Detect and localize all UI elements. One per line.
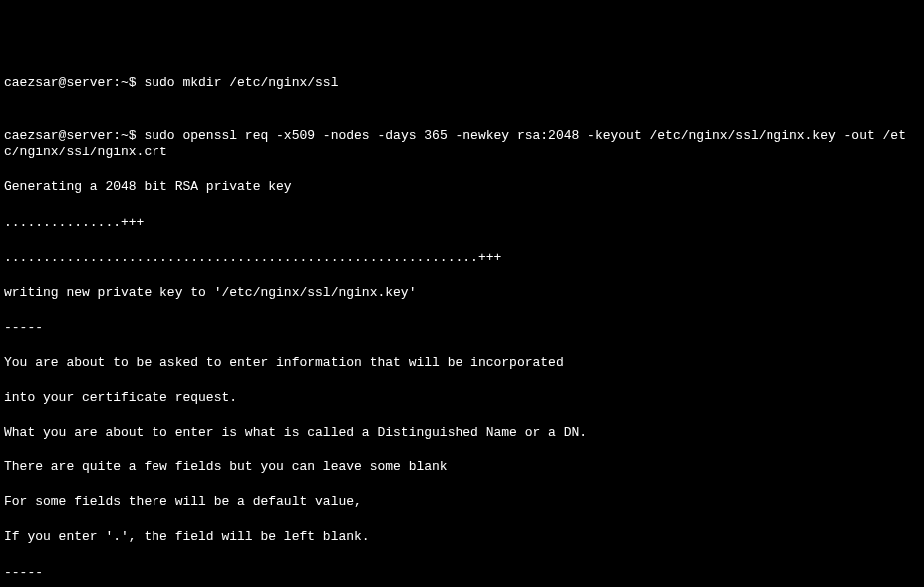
output-line: ----- [4,319,920,337]
output-line: ........................................… [4,249,920,267]
output-line: ...............+++ [4,214,920,232]
output-line: Generating a 2048 bit RSA private key [4,178,920,196]
output-line: For some fields there will be a default … [4,493,920,511]
output-line: What you are about to enter is what is c… [4,424,920,441]
output-line: writing new private key to '/etc/nginx/s… [4,284,920,302]
output-line: into your certificate request. [4,389,920,407]
output-line: If you enter '.', the field will be left… [4,528,920,546]
output-line: You are about to be asked to enter infor… [4,354,920,372]
output-line: There are quite a few fields but you can… [4,458,920,476]
output-line: ----- [4,564,920,582]
shell-prompt: caezsar@server:~$ [4,128,144,143]
terminal-output[interactable]: caezsar@server:~$ sudo mkdir /etc/nginx/… [4,74,920,587]
command-text: sudo mkdir /etc/nginx/ssl [144,75,338,90]
shell-prompt: caezsar@server:~$ [4,75,144,90]
